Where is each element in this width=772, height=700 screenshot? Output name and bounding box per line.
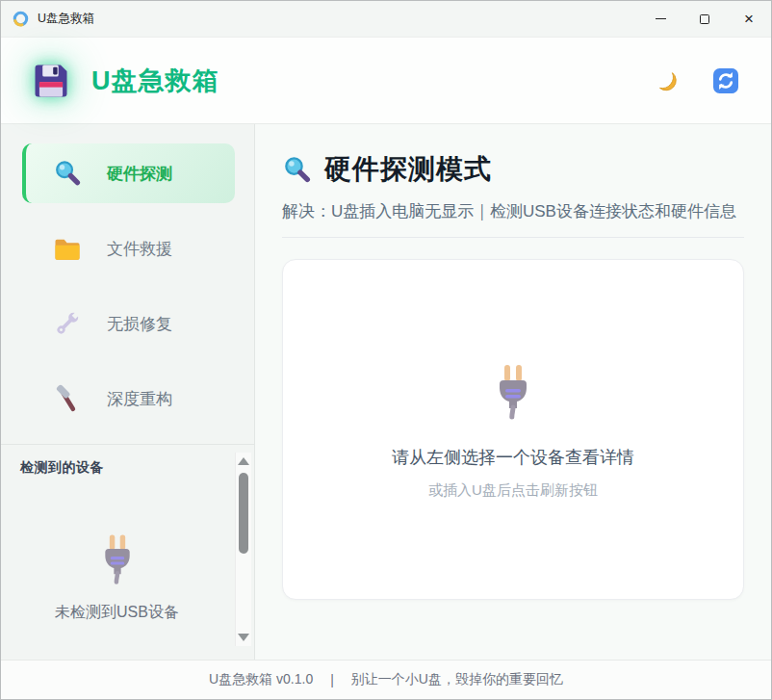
scroll-up-arrow-icon[interactable] [238,457,249,465]
device-list-scrollbar[interactable] [235,453,251,646]
sidebar-item-label: 深度重构 [107,388,172,410]
sidebar-item-label: 文件救援 [107,238,172,260]
maximize-button[interactable] [682,1,727,37]
device-detail-placeholder-card: 请从左侧选择一个设备查看详情 或插入U盘后点击刷新按钮 [282,259,744,600]
window-title: U盘急救箱 [38,11,94,27]
sidebar-nav: 硬件探测 文件救援 无损修复 深度重构 [1,124,254,444]
sidebar-item-label: 硬件探测 [107,163,172,185]
footer-version: U盘急救箱 v0.1.0 [209,671,313,688]
sidebar-item-deep-rebuild[interactable]: 深度重构 [22,369,235,428]
device-list-heading: 检测到的设备 [20,459,254,477]
titlebar: U盘急救箱 × [1,1,771,38]
folder-icon [53,234,82,263]
app-window: U盘急救箱 × U盘急救箱 硬件探测 [0,0,772,700]
placeholder-secondary-text: 或插入U盘后点击刷新按钮 [428,481,598,500]
close-button[interactable]: × [727,1,771,37]
hammer-icon [53,384,82,413]
footer-slogan: 别让一个小U盘，毁掉你的重要回忆 [351,671,563,688]
scroll-down-arrow-icon[interactable] [238,634,249,641]
app-title: U盘急救箱 [91,64,219,98]
device-empty-text: 未检测到USB设备 [55,601,179,624]
sidebar-item-lossless-repair[interactable]: 无损修复 [22,294,235,353]
plug-icon [482,359,544,421]
maximize-icon [700,14,709,24]
minimize-button[interactable] [638,1,682,37]
app-icon [13,11,29,27]
page-subtitle: 解决：U盘插入电脑无显示｜检测USB设备连接状态和硬件信息 [282,199,744,238]
refresh-button[interactable] [709,65,742,97]
minimize-icon [656,18,666,19]
footer-separator: | [330,672,334,687]
wrench-icon [53,309,82,338]
page-title: 硬件探测模式 [324,151,492,188]
moon-icon [654,68,679,93]
device-list-panel: 检测到的设备 未检测到USB设备 [1,444,254,660]
status-footer: U盘急救箱 v0.1.0 | 别让一个小U盘，毁掉你的重要回忆 [1,660,771,699]
main-content: 硬件探测模式 解决：U盘插入电脑无显示｜检测USB设备连接状态和硬件信息 请从左… [255,124,771,660]
page-title-row: 硬件探测模式 [282,151,744,188]
sidebar-item-label: 无损修复 [107,313,172,335]
app-header: U盘急救箱 [1,38,771,124]
sidebar: 硬件探测 文件救援 无损修复 深度重构 检测到的设备 [1,124,255,660]
app-logo [28,58,74,104]
magnifier-icon [282,155,312,185]
close-icon: × [744,11,754,27]
placeholder-primary-text: 请从左侧选择一个设备查看详情 [392,446,634,469]
plug-icon [90,530,145,585]
scrollbar-thumb[interactable] [239,473,248,554]
refresh-icon [712,67,739,94]
sidebar-item-hardware-detect[interactable]: 硬件探测 [22,143,235,203]
theme-toggle-button[interactable] [650,65,682,97]
floppy-disk-icon [30,60,72,102]
device-list-viewport: 未检测到USB设备 [1,487,233,648]
sidebar-item-file-rescue[interactable]: 文件救援 [22,219,235,278]
magnifier-icon [53,159,82,188]
device-list-empty-state: 未检测到USB设备 [1,487,233,624]
